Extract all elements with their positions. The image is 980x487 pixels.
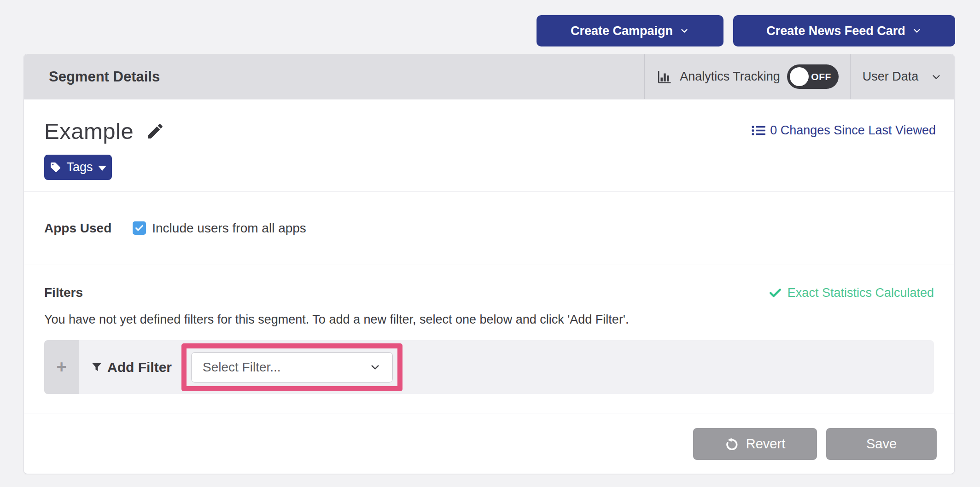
check-icon [769, 286, 782, 300]
select-filter-dropdown[interactable]: Select Filter... [191, 352, 393, 383]
toggle-knob [790, 67, 809, 86]
card-footer: Revert Save [24, 413, 954, 474]
add-filter-row: + Add Filter Select Filter... [44, 340, 934, 394]
filters-description: You have not yet defined filters for thi… [44, 313, 934, 327]
changes-link-label: 0 Changes Since Last Viewed [770, 123, 936, 138]
revert-button-label: Revert [746, 436, 785, 452]
tag-icon [50, 162, 61, 173]
caret-down-icon [98, 166, 106, 171]
user-data-label: User Data [863, 70, 919, 84]
top-action-bar: Create Campaign Create News Feed Card [537, 15, 955, 46]
chevron-down-icon [930, 71, 942, 83]
edit-name-button[interactable] [146, 122, 165, 141]
include-all-apps-checkbox[interactable] [133, 221, 146, 235]
revert-button[interactable]: Revert [693, 428, 817, 460]
create-news-feed-card-label: Create News Feed Card [766, 24, 905, 38]
add-filter-control[interactable]: Add Filter [91, 359, 172, 375]
list-icon [752, 125, 765, 136]
exact-statistics-label: Exact Statistics Calculated [788, 286, 934, 300]
chevron-down-icon [369, 361, 381, 373]
page-title: Segment Details [24, 54, 644, 99]
segment-title-section: Example 0 Changes [24, 99, 954, 191]
create-campaign-button[interactable]: Create Campaign [537, 15, 723, 46]
create-campaign-label: Create Campaign [571, 24, 673, 38]
changes-since-last-viewed-link[interactable]: 0 Changes Since Last Viewed [752, 123, 936, 138]
segment-name: Example [44, 118, 134, 144]
chevron-down-icon [679, 26, 689, 36]
apps-used-label: Apps Used [44, 221, 111, 236]
analytics-tracking-section: Analytics Tracking OFF [644, 54, 850, 99]
add-filter-label: Add Filter [107, 359, 172, 375]
chevron-down-icon [912, 26, 922, 36]
select-filter-highlight-annotation: Select Filter... [181, 343, 402, 391]
add-filter-plus-button[interactable]: + [44, 340, 79, 394]
analytics-tracking-label: Analytics Tracking [680, 70, 780, 84]
include-all-apps-label[interactable]: Include users from all apps [152, 221, 306, 236]
funnel-icon [91, 361, 103, 373]
create-news-feed-card-button[interactable]: Create News Feed Card [733, 15, 955, 46]
tags-button-label: Tags [66, 160, 93, 174]
save-button-label: Save [866, 436, 897, 452]
segment-details-card: Segment Details Analytics Tracking OFF [23, 54, 955, 474]
segment-details-page: Create Campaign Create News Feed Card Se… [0, 0, 980, 487]
segment-name-row: Example [44, 99, 934, 146]
user-data-dropdown[interactable]: User Data [850, 54, 954, 99]
plus-icon: + [56, 357, 66, 377]
apps-used-section: Apps Used Include users from all apps [24, 191, 954, 265]
bar-chart-icon [656, 69, 673, 85]
exact-statistics-status: Exact Statistics Calculated [769, 286, 934, 300]
save-button[interactable]: Save [826, 428, 937, 460]
analytics-tracking-toggle[interactable]: OFF [787, 64, 839, 89]
check-icon [134, 223, 144, 233]
filters-section: Filters Exact Statistics Calculated You … [24, 265, 954, 413]
filters-header: Filters Exact Statistics Calculated [44, 285, 934, 300]
card-header: Segment Details Analytics Tracking OFF [24, 54, 954, 99]
toggle-state-label: OFF [811, 71, 831, 82]
tags-button[interactable]: Tags [44, 155, 112, 180]
revert-icon [725, 437, 739, 451]
filters-label: Filters [44, 285, 83, 300]
select-filter-placeholder: Select Filter... [203, 360, 281, 375]
pencil-icon [146, 122, 165, 141]
